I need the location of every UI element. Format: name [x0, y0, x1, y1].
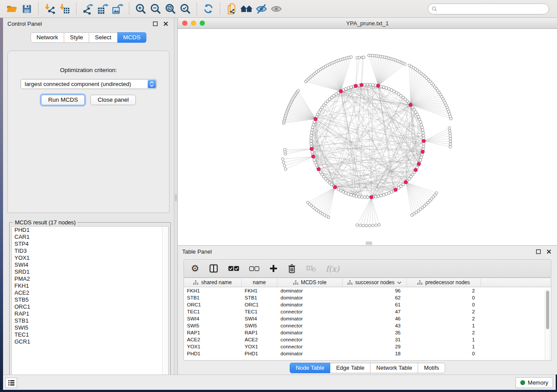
table-row[interactable]: ACE2ACE2connector311 [184, 336, 551, 343]
export-image-icon[interactable] [110, 2, 125, 16]
table-body: FKH1FKH1dominator962STB1STB1dominator620… [184, 287, 551, 357]
add-column-icon[interactable] [269, 264, 278, 273]
memory-button[interactable]: Memory [515, 377, 553, 388]
zoom-out-icon[interactable] [148, 2, 163, 16]
list-item[interactable]: ACE2 [12, 289, 168, 296]
cell-role: dominator [277, 295, 343, 300]
table-settings-gear-icon[interactable]: ⚙ [191, 264, 199, 273]
search-icon [432, 6, 437, 12]
show-columns-icon[interactable] [209, 264, 218, 273]
mcds-list-scrollbar[interactable] [162, 227, 168, 381]
show-all-eye-icon[interactable] [269, 2, 284, 16]
list-item[interactable]: SRD1 [12, 268, 168, 275]
import-network-icon[interactable] [42, 2, 57, 16]
network-graph[interactable] [178, 29, 557, 245]
cell-successors: 61 [343, 302, 407, 307]
list-item[interactable]: STB1 [12, 317, 168, 324]
table-row[interactable]: PHD1PHD1dominator180 [184, 350, 551, 357]
task-history-button[interactable] [5, 378, 17, 388]
control-panel-title: Control Panel [7, 21, 42, 27]
list-item[interactable]: STB5 [12, 296, 168, 303]
export-network-icon[interactable] [80, 2, 95, 16]
list-item[interactable]: YOX1 [12, 254, 168, 261]
cell-role: connector [277, 337, 343, 342]
tab-edge-table[interactable]: Edge Table [330, 363, 370, 373]
maximize-window-icon[interactable] [200, 21, 205, 26]
scrollbar-thumb[interactable] [546, 291, 549, 329]
table-vertical-scrollbar[interactable] [545, 289, 550, 361]
tab-select[interactable]: Select [89, 32, 118, 43]
list-item[interactable]: SWI4 [12, 261, 168, 268]
tab-motifs[interactable]: Motifs [418, 363, 445, 373]
tab-network[interactable]: Network [31, 32, 65, 43]
minimize-window-icon[interactable] [191, 21, 196, 26]
deselect-all-icon[interactable] [249, 266, 259, 272]
search-input[interactable] [439, 6, 545, 12]
splitter-handle[interactable] [175, 194, 177, 201]
list-item[interactable]: PMA2 [12, 275, 168, 282]
table-row[interactable]: FKH1FKH1dominator962 [184, 287, 551, 294]
table-row[interactable]: SWI4SWI4dominator462 [184, 315, 551, 322]
column-header-successor-nodes[interactable]: successor nodes [343, 278, 407, 287]
horizontal-splitter-handle[interactable] [366, 241, 372, 245]
list-item[interactable]: PHD1 [12, 227, 168, 234]
refresh-icon[interactable] [201, 2, 216, 16]
zoom-in-icon[interactable] [133, 2, 148, 16]
delete-column-trash-icon[interactable] [287, 264, 296, 273]
column-header-name[interactable]: name [242, 278, 277, 287]
export-table-icon[interactable] [95, 2, 110, 16]
mcds-tab-content: Optimization criterion: largest connecte… [7, 51, 170, 213]
table-row[interactable]: ORC1ORC1dominator610 [184, 301, 551, 308]
close-window-icon[interactable] [182, 21, 187, 26]
list-item[interactable]: ORC1 [12, 303, 168, 310]
list-item[interactable]: SWI5 [12, 324, 168, 331]
tab-network-table[interactable]: Network Table [370, 363, 418, 373]
list-item[interactable]: FKH1 [12, 282, 168, 289]
cell-predecessors: 2 [407, 330, 481, 335]
save-session-icon[interactable] [19, 2, 34, 16]
tab-node-table[interactable]: Node Table [290, 363, 331, 373]
hide-selected-eye-icon[interactable] [254, 2, 269, 16]
import-table-icon[interactable] [57, 2, 72, 16]
open-session-icon[interactable] [4, 2, 19, 16]
home-session-icon[interactable] [239, 2, 254, 16]
list-item[interactable]: TEC1 [12, 331, 168, 338]
vertical-splitter[interactable] [174, 18, 177, 375]
list-item[interactable]: GCR1 [12, 338, 168, 345]
network-canvas[interactable] [178, 29, 557, 245]
optimization-criterion-select[interactable]: largest connected component (undirected) [21, 79, 157, 89]
cell-name: ORC1 [242, 302, 277, 307]
table-row[interactable]: YOX1YOX1connector291 [184, 343, 551, 350]
list-item[interactable]: RAP1 [12, 310, 168, 317]
list-item[interactable]: TID3 [12, 248, 168, 254]
new-network-from-file-icon[interactable] [224, 2, 239, 16]
float-window-icon[interactable] [534, 248, 542, 255]
network-window-titlebar[interactable]: YPA_prune.txt_1 [178, 18, 557, 29]
table-row[interactable]: RAP1RAP1dominator352 [184, 329, 551, 336]
float-window-icon[interactable] [151, 21, 159, 28]
cell-name: STB1 [242, 295, 277, 300]
column-header-MCDS-role[interactable]: MCDS role [277, 278, 343, 287]
cell-name: RAP1 [242, 330, 277, 335]
table-row[interactable]: STB1STB1dominator620 [184, 294, 551, 301]
column-header-predecessor-nodes[interactable]: predecessor nodes [407, 278, 481, 287]
tab-mcds[interactable]: MCDS [118, 32, 147, 43]
run-mcds-button[interactable]: Run MCDS [41, 95, 85, 105]
main-toolbar [0, 0, 557, 18]
table-header-row: shared namenameMCDS rolesuccessor nodesp… [184, 278, 551, 287]
list-item[interactable]: CAR1 [12, 234, 168, 241]
close-panel-icon[interactable] [162, 21, 170, 28]
zoom-fit-icon[interactable] [163, 2, 178, 16]
zoom-selected-icon[interactable] [178, 2, 193, 16]
close-panel-button[interactable]: Close panel [90, 95, 135, 105]
table-row[interactable]: TEC1TEC1connector472 [184, 308, 551, 315]
column-header-shared-name[interactable]: shared name [184, 278, 242, 287]
cell-shared_name: SWI5 [184, 323, 242, 328]
close-panel-icon[interactable] [545, 248, 553, 255]
cell-shared_name: TEC1 [184, 309, 242, 314]
select-all-icon[interactable] [228, 265, 239, 272]
search-field[interactable] [428, 3, 549, 14]
table-row[interactable]: SWI5SWI5connector431 [184, 322, 551, 329]
tab-style[interactable]: Style [64, 32, 89, 43]
list-item[interactable]: STP4 [12, 241, 168, 248]
